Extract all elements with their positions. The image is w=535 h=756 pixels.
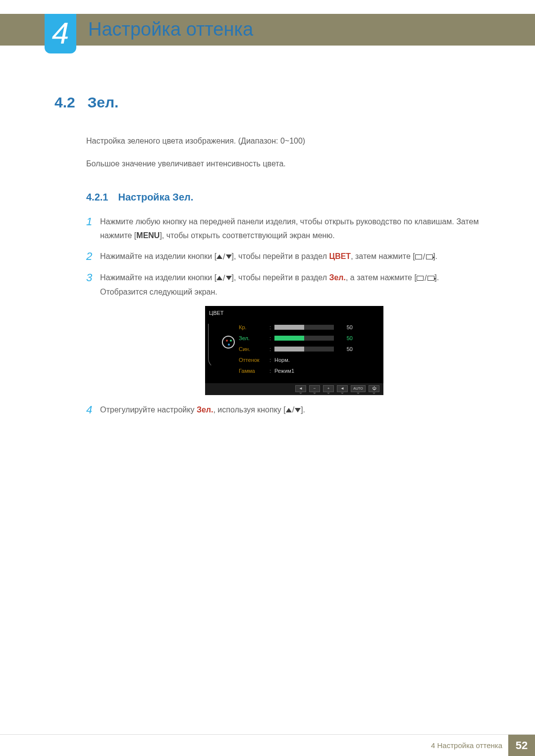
highlight-color: ЦВЕТ <box>329 252 351 260</box>
step-text: Нажимайте на изделии кнопки [ <box>100 273 216 282</box>
header-band <box>0 14 535 46</box>
osd-row-label: Син. <box>239 346 269 352</box>
step-body: Нажмите любую кнопку на передней панели … <box>100 215 485 243</box>
step-text: ], чтобы открыть соответствующий экран м… <box>160 231 334 240</box>
step-text: , используя кнопку [ <box>213 405 285 414</box>
osd-colon: : <box>269 357 274 363</box>
osd-slider <box>274 347 334 352</box>
osd-row: Син.:50 <box>239 344 378 354</box>
osd-row: Гамма:Режим1 <box>239 365 378 376</box>
step-body: Отрегулируйте настройку Зел., используя … <box>100 403 485 417</box>
up-down-icon: / <box>286 403 301 417</box>
osd-value: 50 <box>338 335 353 341</box>
osd-nav-button: ◄ <box>337 385 348 392</box>
osd-colon: : <box>269 368 274 374</box>
osd-row: Кр.:50 <box>239 322 378 333</box>
osd-value: 50 <box>338 346 353 352</box>
step-number: 2 <box>86 250 100 264</box>
section-title: Зел. <box>87 94 118 110</box>
osd-rows: Кр.:50Зел.:50Син.:50Оттенок:Норм.Гамма:Р… <box>239 322 378 376</box>
step-number: 4 <box>86 403 100 417</box>
highlight-green: Зел. <box>329 273 346 282</box>
osd-row-label: Гамма <box>239 368 269 374</box>
step-3: 3 Нажимайте на изделии кнопки [ / ], что… <box>86 271 485 299</box>
step-1: 1 Нажмите любую кнопку на передней панел… <box>86 215 485 243</box>
step-2: 2 Нажимайте на изделии кнопки [ / ], что… <box>86 250 485 264</box>
up-down-icon: / <box>216 250 231 264</box>
page-footer: 4 Настройка оттенка 52 <box>0 734 535 756</box>
osd-slider <box>274 325 334 330</box>
osd-colon: : <box>269 324 274 330</box>
subsection-number: 4.2.1 <box>86 192 116 203</box>
intro-paragraph-2: Большое значение увеличивает интенсивнос… <box>86 157 485 170</box>
osd-screenshot: ЦВЕТ Кр.:50Зел.:50Син.:50Оттенок:Норм.Га… <box>205 306 383 395</box>
osd-text-value: Режим1 <box>274 368 294 374</box>
step-text: Нажимайте на изделии кнопки [ <box>100 252 216 260</box>
step-body: Нажимайте на изделии кнопки [ / ], чтобы… <box>100 250 485 264</box>
osd-nav-button: ⏻ <box>369 385 379 392</box>
osd-row: Зел.:50 <box>239 333 378 344</box>
step-text: ], чтобы перейти в раздел <box>232 252 329 260</box>
osd-title: ЦВЕТ <box>205 308 383 319</box>
step-number: 3 <box>86 271 100 285</box>
osd-nav-button: AUTO <box>351 385 366 392</box>
step-text: , затем нажмите [ <box>351 252 415 260</box>
chapter-number-badge: 4 <box>45 14 76 53</box>
step-list: 1 Нажмите любую кнопку на передней панел… <box>86 215 485 417</box>
osd-text-value: Норм. <box>274 357 290 363</box>
section-heading: 4.2 Зел. <box>54 94 485 111</box>
osd-nav-button: + <box>323 385 334 392</box>
section-number: 4.2 <box>54 94 85 111</box>
osd-colon: : <box>269 335 274 341</box>
step-text: ]. <box>301 405 305 414</box>
step-number: 1 <box>86 215 100 229</box>
enter-icon: / <box>415 250 433 264</box>
osd-slider <box>274 336 334 341</box>
palette-icon <box>222 336 235 349</box>
osd-nav-button: − <box>309 385 320 392</box>
osd-row: Оттенок:Норм. <box>239 354 378 365</box>
up-down-icon: / <box>216 271 231 285</box>
step-text: , а затем нажмите [ <box>346 273 417 282</box>
page-content: 4.2 Зел. Настройка зеленого цвета изобра… <box>54 94 485 424</box>
footer-page-number: 52 <box>508 735 535 756</box>
osd-value: 50 <box>338 324 353 330</box>
osd-row-label: Зел. <box>239 335 269 341</box>
menu-label: MENU <box>136 231 160 240</box>
highlight-green: Зел. <box>197 405 214 414</box>
osd-nav-button: ◄ <box>295 385 306 392</box>
osd-body: Кр.:50Зел.:50Син.:50Оттенок:Норм.Гамма:Р… <box>205 319 383 383</box>
osd-row-label: Кр. <box>239 324 269 330</box>
intro-paragraph-1: Настройка зеленого цвета изображения. (Д… <box>86 135 485 148</box>
subsection-title: Настройка Зел. <box>118 192 193 202</box>
step-text: ], чтобы перейти в раздел <box>232 273 329 282</box>
enter-icon: / <box>417 271 434 285</box>
subsection-heading: 4.2.1 Настройка Зел. <box>86 192 485 203</box>
chapter-title: Настройка оттенка <box>88 19 253 40</box>
osd-colon: : <box>269 346 274 352</box>
osd-row-label: Оттенок <box>239 357 269 363</box>
step-body: Нажимайте на изделии кнопки [ / ], чтобы… <box>100 271 485 299</box>
osd-button-bar: ◄−+◄AUTO⏻ <box>205 383 383 395</box>
osd-curve-decoration <box>208 324 218 368</box>
footer-chapter-label: 4 Настройка оттенка <box>431 741 508 750</box>
step-4: 4 Отрегулируйте настройку Зел., использу… <box>86 403 485 417</box>
step-text: Отрегулируйте настройку <box>100 405 197 414</box>
